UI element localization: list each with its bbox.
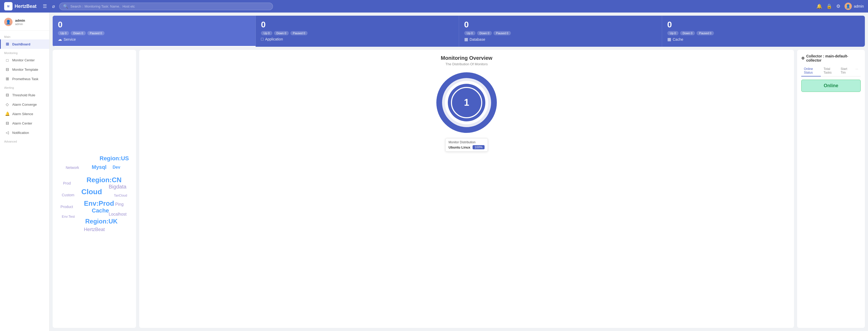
stat-icon-cache: ▦ — [667, 37, 671, 42]
sidebar-item-monitor-template[interactable]: ⊟ Monitor Template — [0, 65, 49, 74]
word-cloud-item[interactable]: Bigdata — [109, 184, 126, 190]
stat-number-service: 0 — [58, 20, 250, 29]
badge-up-cache: Up 0 — [667, 31, 679, 35]
monitor-center-icon: □ — [5, 58, 10, 62]
word-cloud-item[interactable]: Dev — [113, 165, 120, 170]
stat-label-cache: ▦ Cache — [667, 37, 860, 42]
alarm-center-icon: ⊟ — [5, 121, 10, 126]
sidebar-username: admin — [15, 19, 25, 23]
tab-total-tasks[interactable]: Total Tasks — [821, 65, 838, 77]
collector-panel: ⚙ Collector : main-default-collector Onl… — [797, 50, 865, 328]
word-cloud-item[interactable]: Network — [66, 165, 79, 170]
tab-more[interactable]: ··· — [853, 65, 861, 77]
sidebar-role: admin — [15, 23, 25, 26]
sidebar-item-label-threshold-rule: Threshold Rule — [12, 93, 35, 97]
settings-icon[interactable]: ⚙ — [836, 3, 840, 9]
stat-badges-service: Up 0 Down 0 Paused 0 — [58, 31, 250, 35]
collector-title: ⚙ Collector : main-default-collector — [801, 54, 861, 62]
lock-icon[interactable]: 🔒 — [826, 3, 832, 9]
stat-number-cache: 0 — [667, 20, 860, 29]
badge-down-cache: Down 0 — [680, 31, 695, 35]
logo-area[interactable]: M HertzBeat — [4, 2, 36, 10]
logo-name: HertzBeat — [14, 4, 36, 9]
stat-badges-cache: Up 0 Down 0 Paused 0 — [667, 31, 860, 35]
tooltip-pct: 100% — [472, 145, 485, 149]
word-cloud: Region:USNetworkMysqlDevRegion:CNProdClo… — [58, 147, 131, 231]
sidebar-item-alarm-converge[interactable]: ◇ Alarm Converge — [0, 100, 49, 109]
sidebar-item-alarm-center[interactable]: ⊟ Alarm Center — [0, 118, 49, 128]
prometheus-icon: ⊞ — [5, 77, 10, 81]
tooltip-label: Ubuntu Linux — [448, 145, 470, 149]
stat-card-cache[interactable]: 0 Up 0 Down 0 Paused 0 ▦ Cache — [662, 16, 865, 47]
tab-online-status[interactable]: Online Status — [801, 65, 821, 77]
tab-start-time[interactable]: Start Tim — [838, 65, 853, 77]
word-cloud-item[interactable]: Localhost — [109, 212, 127, 217]
stat-number-application: 0 — [261, 20, 453, 29]
stat-icon-database: ▦ — [464, 37, 468, 42]
app-body: 👤 admin admin Main ⊞ DashBoard Monitorin… — [0, 12, 868, 331]
sidebar-item-monitor-center[interactable]: □ Monitor Center — [0, 56, 49, 65]
sidebar: 👤 admin admin Main ⊞ DashBoard Monitorin… — [0, 12, 50, 331]
sidebar-avatar: 👤 — [4, 18, 12, 26]
sidebar-item-notification[interactable]: ◁ Notification — [0, 128, 49, 137]
online-status-badge: Online — [801, 80, 861, 92]
search-bar[interactable]: 🔍 — [59, 3, 273, 10]
sidebar-item-label-notification: Notification — [12, 131, 29, 135]
stat-label-database: ▦ Database — [464, 37, 657, 42]
stat-label-service: ☁ Service — [58, 37, 250, 42]
search-icon: 🔍 — [63, 4, 68, 9]
collector-icon: ⚙ — [801, 56, 805, 60]
sidebar-item-alarm-silence[interactable]: 🔔 Alarm Silence — [0, 109, 49, 118]
word-cloud-item[interactable]: Product — [60, 205, 73, 209]
word-cloud-item[interactable]: Prod — [63, 181, 71, 185]
stat-icon-application: □ — [261, 37, 264, 42]
threshold-icon: ⊟ — [5, 93, 10, 98]
word-cloud-item[interactable]: HertzBeat — [84, 227, 105, 232]
main-content: 0 Up 0 Down 0 Paused 0 ☁ Service 0 Up 0 … — [50, 12, 868, 331]
nav-right: 🔔 🔒 ⚙ 👤 admin — [816, 3, 864, 10]
stat-icon-service: ☁ — [58, 37, 62, 42]
notification-icon[interactable]: 🔔 — [816, 3, 822, 9]
badge-down-service: Down 0 — [71, 31, 86, 35]
word-cloud-item[interactable]: Cloud — [81, 188, 102, 196]
section-label-monitoring: Monitoring — [0, 49, 49, 56]
donut-chart: 1 — [435, 71, 498, 134]
stat-card-database[interactable]: 0 Up 0 Down 0 Paused 0 ▦ Database — [459, 16, 662, 47]
word-cloud-item[interactable]: Env:Test — [62, 215, 75, 219]
stat-card-application[interactable]: 0 Up 0 Down 0 Paused 0 □ Application — [256, 16, 459, 47]
sidebar-item-label-alarm-converge: Alarm Converge — [12, 103, 37, 107]
word-cloud-item[interactable]: Env:Prod — [84, 199, 114, 208]
badge-up-application: Up 0 — [261, 31, 272, 35]
sidebar-item-label-alarm-silence: Alarm Silence — [12, 112, 33, 116]
sidebar-user: 👤 admin admin — [0, 16, 49, 31]
sidebar-item-prometheus-task[interactable]: ⊞ Prometheus Task — [0, 74, 49, 84]
overview-subtitle: The Distribution Of Monitors — [445, 62, 488, 66]
overview-title: Monitoring Overview — [441, 55, 492, 61]
username-label: admin — [854, 4, 864, 8]
word-cloud-panel: Region:USNetworkMysqlDevRegion:CNProdClo… — [53, 50, 136, 328]
sidebar-item-threshold-rule[interactable]: ⊟ Threshold Rule — [0, 90, 49, 100]
stat-label-text-cache: Cache — [673, 37, 683, 42]
stat-label-application: □ Application — [261, 37, 453, 42]
search-input[interactable] — [70, 4, 269, 8]
stat-badges-database: Up 0 Down 0 Paused 0 — [464, 31, 657, 35]
badge-down-database: Down 0 — [477, 31, 492, 35]
word-cloud-item[interactable]: Region:UK — [85, 218, 118, 225]
github-icon[interactable]: ⌀ — [51, 2, 56, 10]
sidebar-item-dashboard[interactable]: ⊞ DashBoard — [0, 39, 49, 49]
stat-card-service[interactable]: 0 Up 0 Down 0 Paused 0 ☁ Service — [53, 16, 256, 47]
word-cloud-item[interactable]: Region:US — [100, 155, 129, 162]
word-cloud-item[interactable]: Cache — [92, 207, 109, 214]
word-cloud-item[interactable]: TanCloud — [114, 194, 127, 197]
word-cloud-item[interactable]: Ping — [115, 202, 124, 207]
menu-icon[interactable]: ☰ — [42, 2, 48, 10]
badge-paused-application: Paused 0 — [290, 31, 308, 35]
word-cloud-item[interactable]: Region:CN — [87, 176, 121, 184]
badge-paused-service: Paused 0 — [87, 31, 104, 35]
word-cloud-item[interactable]: Custom — [62, 193, 74, 197]
stat-label-text-application: Application — [265, 37, 283, 41]
dashboard-lower: Region:USNetworkMysqlDevRegion:CNProdClo… — [53, 50, 865, 328]
badge-paused-cache: Paused 0 — [696, 31, 714, 35]
user-area[interactable]: 👤 admin — [844, 3, 864, 10]
word-cloud-item[interactable]: Mysql — [92, 164, 106, 170]
